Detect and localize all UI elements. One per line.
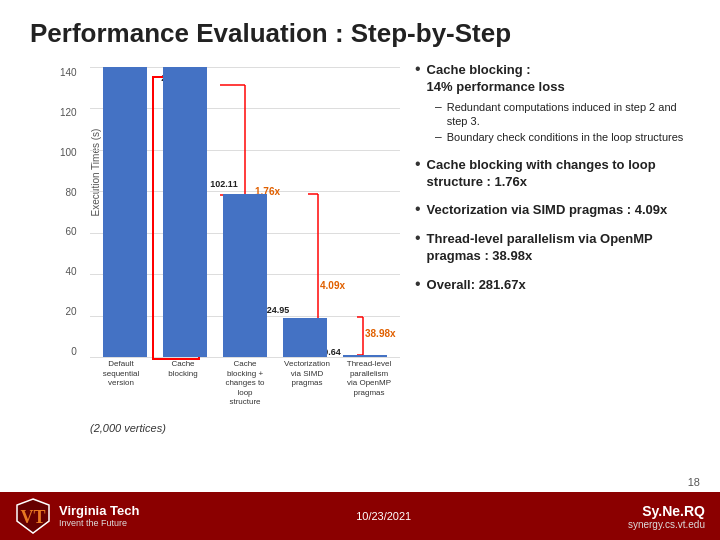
x-label-4: Vectorizationvia SIMDpragmas	[281, 359, 333, 407]
bar-rect-2	[163, 67, 207, 357]
bullet-3: • Vectorization via SIMD pragmas : 4.09x	[415, 202, 690, 219]
bullet-2-main: • Cache blocking with changes to loop st…	[415, 157, 690, 191]
chart-area: Execution Times (s) 140 120 100 80 60 40…	[20, 57, 400, 457]
bullet-3-text: Vectorization via SIMD pragmas : 4.09x	[427, 202, 668, 219]
bar-simd	[283, 318, 327, 357]
bullet-1-main: • Cache blocking :14% performance loss	[415, 62, 690, 96]
footer-bar: VT Virginia Tech Invent the Future 10/23…	[0, 492, 720, 540]
vt-logo-text-block: Virginia Tech Invent the Future	[59, 504, 139, 528]
content-area: Execution Times (s) 140 120 100 80 60 40…	[0, 57, 720, 457]
synergy-label: Sy.Ne.RQ	[642, 503, 705, 519]
bar-rect-5	[343, 355, 387, 357]
chart-subtitle: (2,000 vertices)	[90, 422, 166, 434]
bullet-2-text: Cache blocking with changes to loop stru…	[427, 157, 690, 191]
page-title: Performance Evaluation : Step-by-Step	[0, 0, 720, 57]
bullet-4-main: • Thread-level parallelism via OpenMP pr…	[415, 231, 690, 265]
x-label-3: Cacheblocking +changes toloopstructure	[219, 359, 271, 407]
sub-dash-1: –	[435, 100, 442, 114]
synergy-brand: Sy.Ne.RQ synergy.cs.vt.edu	[628, 503, 705, 530]
bullet-2: • Cache blocking with changes to loop st…	[415, 157, 690, 191]
vt-shield-icon: VT	[15, 497, 51, 535]
slide: Performance Evaluation : Step-by-Step Ex…	[0, 0, 720, 540]
bar-rect-4	[283, 318, 327, 357]
sub-bullet-1-1: – Redundant computations induced in step…	[435, 100, 690, 129]
bullet-1: • Cache blocking :14% performance loss –…	[415, 62, 690, 145]
sub-bullets-1: – Redundant computations induced in step…	[435, 100, 690, 145]
bar-rect-3	[223, 194, 267, 357]
footer-date: 10/23/2021	[356, 510, 411, 522]
sub-text-1-2: Boundary check conditions in the loop st…	[447, 130, 684, 144]
y-axis: 140 120 100 80 60 40 20 0	[60, 67, 81, 357]
right-panel: • Cache blocking :14% performance loss –…	[400, 57, 700, 457]
bar-default	[103, 67, 147, 357]
synergy-url: synergy.cs.vt.edu	[628, 519, 705, 530]
bullet-5-text: Overall: 281.67x	[427, 277, 526, 294]
chart-container: Execution Times (s) 140 120 100 80 60 40…	[60, 67, 420, 377]
bullet-4-text: Thread-level parallelism via OpenMP prag…	[427, 231, 690, 265]
bar-cache-blocking	[163, 67, 207, 357]
vt-tagline: Invent the Future	[59, 518, 139, 528]
vt-name: Virginia Tech	[59, 504, 139, 518]
sub-bullet-1-2: – Boundary check conditions in the loop …	[435, 130, 690, 144]
svg-text:VT: VT	[20, 507, 45, 527]
bar-cache-loop	[223, 194, 267, 357]
bar-rect-1	[103, 67, 147, 357]
bar-openmp	[343, 355, 387, 357]
x-label-2: Cacheblocking	[157, 359, 209, 407]
sub-text-1-1: Redundant computations induced in step 2…	[447, 100, 690, 129]
bars-area	[90, 67, 400, 357]
bullet-1-text: Cache blocking :14% performance loss	[427, 62, 565, 96]
bullet-5-main: • Overall: 281.67x	[415, 277, 690, 294]
sub-dash-2: –	[435, 130, 442, 144]
bullet-4: • Thread-level parallelism via OpenMP pr…	[415, 231, 690, 265]
bullet-5: • Overall: 281.67x	[415, 277, 690, 294]
x-label-5: Thread-levelparallelismvia OpenMPpragmas	[343, 359, 395, 407]
x-axis-labels: Defaultsequentialversion Cacheblocking C…	[90, 359, 400, 407]
bullet-3-main: • Vectorization via SIMD pragmas : 4.09x	[415, 202, 690, 219]
x-label-1: Defaultsequentialversion	[95, 359, 147, 407]
vt-logo: VT Virginia Tech Invent the Future	[15, 497, 139, 535]
slide-number: 18	[688, 476, 700, 488]
